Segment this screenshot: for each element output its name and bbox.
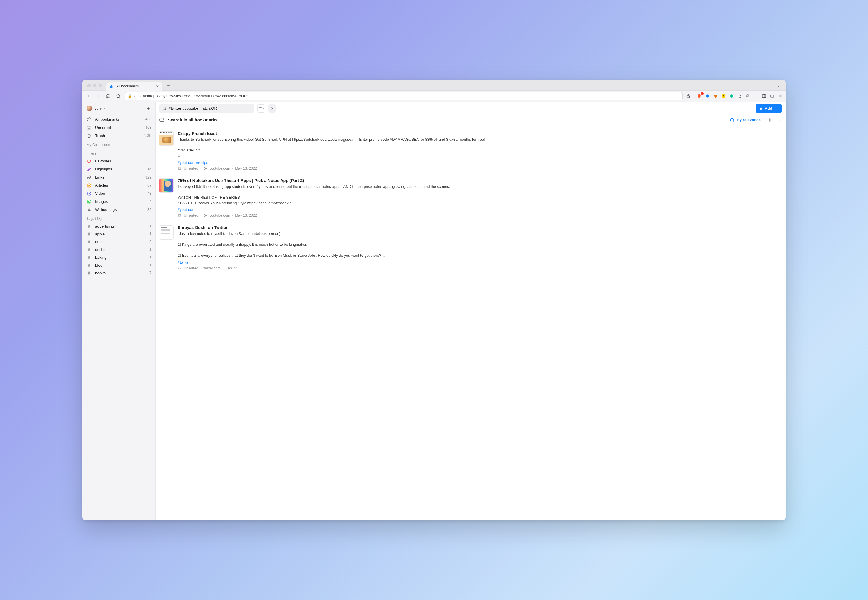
traffic-close[interactable] — [87, 84, 91, 87]
bookmark-domain: twitter.com — [203, 266, 221, 270]
nav-forward-button[interactable] — [95, 92, 102, 100]
add-button-label: Add — [765, 106, 772, 111]
sidepanel-icon[interactable] — [761, 94, 767, 98]
extensions-area: 1 R — [685, 94, 783, 98]
sort-button[interactable]: By relevance — [730, 117, 761, 123]
star-icon — [759, 106, 763, 111]
bookmark-card[interactable]: 75% of Notetakers Use These 4 Apps | Pic… — [159, 175, 782, 222]
bookmark-domain: youtube.com — [209, 214, 230, 218]
sidebar-filter-articles[interactable]: Articles 87 — [82, 182, 156, 189]
nav-back-button[interactable] — [85, 92, 92, 100]
bookmark-date: May 13, 2022 — [235, 214, 257, 218]
sidebar-tag-audio[interactable]: audio 1 — [82, 246, 156, 253]
extension-metamask-icon[interactable] — [713, 94, 718, 98]
tag-label: advertising — [95, 224, 114, 229]
sidebar-filter-images[interactable]: Images 4 — [82, 198, 156, 206]
share-icon[interactable] — [685, 94, 691, 98]
traffic-zoom[interactable] — [98, 84, 102, 87]
play-icon — [86, 191, 92, 196]
sidebar-add-button[interactable]: ＋ — [145, 105, 151, 112]
tag-count: 1 — [150, 263, 151, 267]
hash-icon — [86, 208, 92, 212]
bookmark-title: Shreyas Doshi on Twitter — [178, 225, 781, 230]
sidebar-tag-apple[interactable]: apple 1 — [82, 230, 156, 238]
bookmark-description: "Just a few notes to myself (a driven &a… — [178, 231, 781, 258]
sidebar-filter-links[interactable]: Links 329 — [82, 173, 156, 182]
search-options-button[interactable]: ▾ — [257, 105, 265, 112]
sidebar-filter-highlights[interactable]: Highlights 14 — [82, 165, 156, 173]
sidebar-item-count: 5 — [150, 159, 151, 163]
hash-icon — [86, 263, 92, 267]
bookmark-card[interactable]: Shreyas Doshi on Twitter"Just a few note… — [159, 222, 782, 274]
extension-puzzle-icon[interactable] — [745, 94, 750, 98]
tag-label: baking — [95, 255, 107, 260]
cloud-icon — [86, 117, 92, 122]
bookmark-description: I surveyed 6,519 notetaking app students… — [178, 184, 781, 206]
sidebar-section-tags: Tags (48) — [82, 214, 156, 223]
view-mode-button[interactable]: List — [769, 118, 782, 122]
svg-rect-5 — [762, 95, 765, 97]
avatar[interactable] — [86, 106, 92, 111]
extension-raindrop-icon[interactable] — [737, 94, 742, 98]
domain-play-icon — [203, 214, 207, 218]
menu-icon[interactable] — [777, 94, 783, 98]
tag-label: blog — [95, 263, 103, 267]
bookmark-tag[interactable]: #youtube — [178, 161, 193, 165]
sidebar-item-unsorted[interactable]: Unsorted 463 — [82, 123, 156, 132]
bookmark-domain: youtube.com — [209, 167, 230, 170]
traffic-minimize[interactable] — [93, 84, 96, 87]
add-button-dropdown[interactable]: ▾ — [776, 104, 782, 113]
tabs-overflow-icon[interactable]: ⌄ — [774, 82, 783, 89]
tag-count: 9 — [150, 240, 151, 244]
username[interactable]: yury — [95, 106, 102, 111]
bookmark-tag[interactable]: #twitter — [178, 260, 190, 265]
sidebar-tag-books[interactable]: books 7 — [82, 269, 156, 277]
main-panel: ▾ ✕ Add ▾ Search in all bookmarks — [156, 102, 786, 521]
raindrop-favicon-icon — [109, 84, 114, 89]
search-input[interactable] — [169, 106, 251, 111]
sidebar-tag-advertising[interactable]: advertising 1 — [82, 223, 156, 230]
search-icon — [162, 106, 166, 111]
wallet-icon[interactable] — [770, 94, 774, 98]
sidebar-item-count: 4 — [150, 200, 151, 204]
tag-label: audio — [95, 247, 105, 252]
sidebar-item-label: Favorites — [95, 159, 111, 163]
sidebar-item-trash[interactable]: Trash 1.3K — [82, 132, 156, 140]
extension-grammarly-icon[interactable] — [729, 94, 734, 98]
browser-tab[interactable]: All bookmarks ✕ — [106, 82, 162, 91]
search-box[interactable] — [159, 104, 254, 113]
sidebar-filter-video[interactable]: Video 43 — [82, 189, 156, 198]
sidebar-tag-blog[interactable]: blog 1 — [82, 261, 156, 269]
sidebar-section-collections: My Collections — [82, 140, 156, 148]
nav-reload-button[interactable] — [105, 92, 112, 100]
lock-icon: 🔒 — [128, 94, 132, 98]
sidebar-item-label: Links — [95, 175, 104, 179]
tab-close-icon[interactable]: ✕ — [156, 84, 159, 89]
tag-count: 1 — [150, 224, 151, 228]
new-tab-button[interactable]: ＋ — [165, 82, 172, 89]
sidebar-item-count: 14 — [147, 167, 151, 171]
bookmark-body: Shreyas Doshi on Twitter"Just a few note… — [178, 225, 781, 270]
bookmark-card[interactable]: Crispy French toastThanks to Surfshark f… — [159, 128, 782, 175]
sidebar-tag-baking[interactable]: baking 1 — [82, 253, 156, 261]
bookmark-body: 75% of Notetakers Use These 4 Apps | Pic… — [178, 178, 781, 218]
search-clear-button[interactable]: ✕ — [268, 105, 276, 112]
extension-blue-icon[interactable] — [705, 94, 710, 98]
bookmark-meta: Unsorted ·twitter.com · Feb 22 — [178, 266, 781, 270]
sidebar-item-all-bookmarks[interactable]: All bookmarks 463 — [82, 115, 156, 123]
sidebar-filter-without-tags[interactable]: Without tags 32 — [82, 206, 156, 214]
brave-shields-icon[interactable]: 1 — [697, 94, 702, 98]
nav-home-button[interactable] — [115, 92, 122, 100]
user-menu-caret-icon[interactable]: ▾ — [104, 107, 105, 110]
bookmark-tag[interactable]: #youtube — [178, 208, 193, 212]
extension-align-icon[interactable] — [753, 94, 758, 98]
address-bar[interactable]: 🔒 app.raindrop.io/my/0/%23twitter%20%23y… — [125, 92, 683, 100]
extension-yellow-icon[interactable]: R — [721, 94, 726, 98]
bookmark-thumbnail — [159, 178, 174, 193]
add-button[interactable]: Add — [756, 104, 776, 113]
bookmark-body: Crispy French toastThanks to Surfshark f… — [178, 131, 781, 170]
bookmark-tag[interactable]: #recipe — [196, 161, 208, 165]
tag-count: 1 — [150, 247, 151, 252]
sidebar-tag-article[interactable]: article 9 — [82, 238, 156, 246]
sidebar-filter-favorites[interactable]: Favorites 5 — [82, 157, 156, 165]
